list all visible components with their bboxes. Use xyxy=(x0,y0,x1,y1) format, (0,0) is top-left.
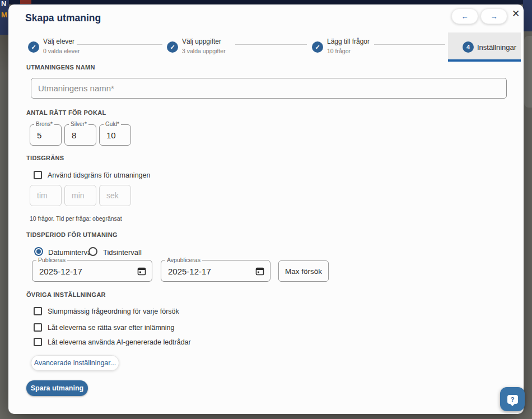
unpublish-date-value: 2025-12-17 xyxy=(168,266,211,276)
backdrop-right-navy xyxy=(523,0,532,31)
step-connector xyxy=(374,44,445,45)
step-number-badge: 4 xyxy=(463,41,474,53)
help-button[interactable]: ? xyxy=(500,387,525,411)
time-interval-radio[interactable] xyxy=(88,247,97,256)
calendar-icon[interactable] xyxy=(137,267,146,276)
show-answers-label: Låt eleverna se rätta svar efter inlämni… xyxy=(48,324,175,332)
step-done-check-icon: ✓ xyxy=(167,41,178,53)
step-title[interactable]: Välj elever xyxy=(43,38,74,45)
publish-date-label: Publiceras xyxy=(36,257,67,263)
step-title: Inställningar xyxy=(477,43,516,52)
minutes-field[interactable]: min xyxy=(64,185,96,206)
gold-field-value: 10 xyxy=(106,131,116,140)
save-challenge-button[interactable]: Spara utmaning xyxy=(26,380,88,396)
step-connector xyxy=(77,44,162,45)
section-label-trophies: ANTAL RÄTT FÖR POKAL xyxy=(26,109,106,116)
stepper-step-valj-uppgifter[interactable]: ✓ xyxy=(167,41,178,53)
section-label-other: ÖVRIGA INSTÄLLNINGAR xyxy=(26,291,106,298)
help-bubble-icon: ? xyxy=(507,395,518,404)
page-title: Skapa utmaning xyxy=(25,12,101,24)
backdrop-logo-letter-m: M xyxy=(1,11,7,19)
date-interval-label: Datumintervall xyxy=(48,248,95,257)
time-per-question-note: 10 frågor. Tid per fråga: obegränsat xyxy=(30,215,122,222)
arrow-left-icon: ← xyxy=(461,12,469,21)
step-done-check-icon: ✓ xyxy=(312,41,323,53)
time-interval-label: Tidsintervall xyxy=(103,248,142,257)
max-attempts-label: Max försök xyxy=(285,267,322,276)
unpublish-date-field[interactable]: Avpubliceras 2025-12-17 xyxy=(161,260,270,282)
section-label-period: TIDSPERIOD FÖR UTMANING xyxy=(26,231,118,238)
step-connector xyxy=(235,44,307,45)
bronze-field-label: Brons* xyxy=(34,122,54,127)
stepper-step-installningar-active[interactable]: 4 Inställningar xyxy=(448,32,521,62)
publish-date-value: 2025-12-17 xyxy=(39,266,82,276)
step-subtitle: 10 frågor xyxy=(327,48,351,54)
minutes-placeholder: min xyxy=(72,191,85,200)
silver-field-value: 8 xyxy=(72,131,76,140)
active-step-underline xyxy=(448,59,521,62)
use-time-limit-checkbox[interactable] xyxy=(34,171,42,179)
silver-field-label: Silver* xyxy=(69,122,88,127)
ai-hints-label: Låt eleverna använda AI-genererade ledtr… xyxy=(48,338,191,346)
use-time-limit-label: Använd tidsgräns för utmaningen xyxy=(48,171,150,179)
random-order-label: Slumpmässig frågeordning för varje försö… xyxy=(48,308,179,315)
backdrop-left-fade xyxy=(0,35,9,74)
seconds-field[interactable]: sek xyxy=(99,185,131,206)
random-order-checkbox[interactable] xyxy=(34,307,42,315)
close-button[interactable]: ✕ xyxy=(510,8,521,19)
forward-button[interactable]: → xyxy=(480,8,507,24)
step-title[interactable]: Välj uppgifter xyxy=(182,38,221,45)
calendar-icon[interactable] xyxy=(255,267,264,276)
stepper-step-valj-elever[interactable]: ✓ xyxy=(28,41,39,53)
backdrop-left-navy: N M xyxy=(0,0,9,35)
advanced-settings-button[interactable]: Avancerade inställningar... xyxy=(31,355,119,371)
advanced-settings-label: Avancerade inställningar... xyxy=(34,359,116,367)
silver-field[interactable]: Silver* 8 xyxy=(64,124,96,146)
backdrop-top-bar xyxy=(0,0,532,4)
challenge-name-input[interactable] xyxy=(31,78,507,99)
step-done-check-icon: ✓ xyxy=(28,41,39,53)
unpublish-date-label: Avpubliceras xyxy=(165,257,202,263)
save-challenge-label: Spara utmaning xyxy=(31,384,83,392)
bronze-field[interactable]: Brons* 5 xyxy=(30,124,62,146)
hours-placeholder: tim xyxy=(37,191,48,200)
ai-hints-checkbox[interactable] xyxy=(34,338,42,346)
arrow-right-icon: → xyxy=(491,12,498,21)
publish-date-field[interactable]: Publiceras 2025-12-17 xyxy=(32,260,152,282)
create-challenge-dialog: Skapa utmaning ← → ✕ ✓ Välj elever 0 val… xyxy=(8,4,524,414)
backdrop-right-card xyxy=(524,36,532,108)
gold-field[interactable]: Guld* 10 xyxy=(99,124,131,146)
step-title[interactable]: Lägg till frågor xyxy=(327,38,370,45)
backdrop-red-accent xyxy=(20,0,31,4)
bronze-field-value: 5 xyxy=(37,131,41,140)
hours-field[interactable]: tim xyxy=(30,185,62,206)
show-answers-checkbox[interactable] xyxy=(34,323,42,332)
step-subtitle: 3 valda uppgifter xyxy=(182,48,226,54)
backdrop-logo-letter-n: N xyxy=(1,0,6,8)
back-button[interactable]: ← xyxy=(451,8,478,24)
close-icon: ✕ xyxy=(512,8,520,20)
stepper-step-lagg-till-fragor[interactable]: ✓ xyxy=(312,41,323,53)
date-interval-radio[interactable] xyxy=(34,247,43,256)
max-attempts-button[interactable]: Max försök xyxy=(278,260,329,282)
gold-field-label: Guld* xyxy=(104,122,121,127)
section-label-name: UTMANINGENS NAMN xyxy=(26,64,95,71)
step-subtitle: 0 valda elever xyxy=(43,48,80,54)
seconds-placeholder: sek xyxy=(106,191,119,200)
section-label-time-limit: TIDSGRÄNS xyxy=(26,155,64,161)
